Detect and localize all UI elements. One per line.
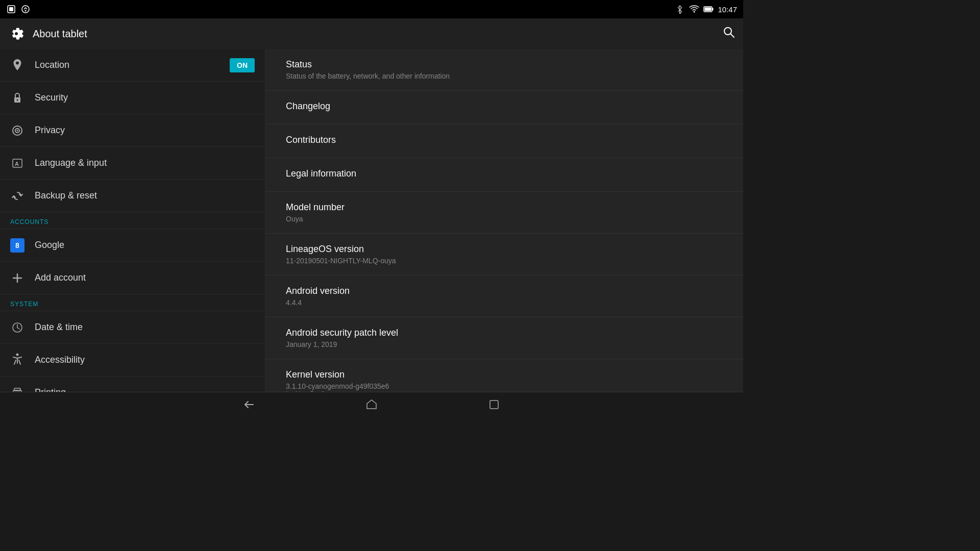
sidebar-item-accessibility[interactable]: Accessibility: [0, 344, 265, 377]
sidebar-item-printing-label: Printing: [35, 387, 66, 392]
time-display: 10:47: [718, 5, 737, 14]
content-item-model[interactable]: Model number Ouya: [265, 192, 743, 234]
status-title: Status: [286, 59, 723, 70]
sidebar-item-language[interactable]: A Language & input: [0, 147, 265, 180]
top-bar: About tablet: [0, 18, 743, 49]
svg-point-7: [15, 32, 18, 35]
content-area: Status Status of the battery, network, a…: [265, 49, 743, 392]
sidebar-item-location-label: Location: [35, 60, 69, 70]
svg-point-22: [16, 353, 19, 356]
content-item-contributors[interactable]: Contributors: [265, 124, 743, 158]
svg-line-21: [17, 328, 19, 329]
svg-point-2: [22, 6, 29, 13]
security-patch-title: Android security patch level: [286, 328, 723, 338]
content-item-lineageos[interactable]: LineageOS version 11-20190501-NIGHTLY-ML…: [265, 234, 743, 276]
sidebar-item-language-label: Language & input: [35, 158, 107, 168]
svg-point-11: [17, 99, 18, 101]
contributors-title: Contributors: [286, 135, 723, 145]
language-icon: A: [10, 156, 24, 170]
sidebar-item-privacy[interactable]: Privacy: [0, 114, 265, 147]
content-item-android-version[interactable]: Android version 4.4.4: [265, 276, 743, 317]
sidebar-item-backup-label: Backup & reset: [35, 190, 97, 201]
app-icon-2: [20, 4, 31, 14]
changelog-title: Changelog: [286, 101, 723, 112]
svg-text:A: A: [15, 161, 19, 167]
security-patch-subtitle: January 1, 2019: [286, 340, 723, 348]
svg-line-9: [730, 34, 734, 37]
sidebar-item-add-account-label: Add account: [35, 272, 86, 283]
sidebar-item-printing[interactable]: Printing: [0, 377, 265, 392]
bluetooth-icon: [675, 4, 685, 14]
back-button[interactable]: [239, 394, 259, 415]
sidebar-item-security-label: Security: [35, 92, 68, 103]
sidebar-item-security[interactable]: Security: [0, 82, 265, 114]
status-subtitle: Status of the battery, network, and othe…: [286, 72, 723, 80]
location-icon: [10, 58, 24, 72]
main-layout: Location ON Security: [0, 49, 743, 392]
nav-bar: [0, 392, 743, 416]
lineageos-title: LineageOS version: [286, 244, 723, 255]
sidebar-item-google-label: Google: [35, 240, 64, 251]
system-section-header: SYSTEM: [0, 294, 265, 311]
sidebar-item-google[interactable]: 8 Google: [0, 229, 265, 262]
recents-button[interactable]: [484, 394, 504, 415]
privacy-icon: [10, 123, 24, 138]
content-item-kernel[interactable]: Kernel version 3.1.10-cyanogenmod-g49f03…: [265, 359, 743, 392]
sidebar-item-add-account[interactable]: Add account: [0, 262, 265, 294]
content-item-security-patch[interactable]: Android security patch level January 1, …: [265, 317, 743, 359]
sidebar-item-backup[interactable]: Backup & reset: [0, 180, 265, 212]
model-subtitle: Ouya: [286, 215, 723, 223]
sidebar-item-location[interactable]: Location ON: [0, 49, 265, 82]
kernel-subtitle: 3.1.10-cyanogenmod-g49f035e6 jenkins@mil…: [286, 382, 723, 392]
backup-icon: [10, 189, 24, 203]
sidebar-item-date-time[interactable]: Date & time: [0, 311, 265, 344]
location-toggle[interactable]: ON: [230, 58, 255, 72]
svg-rect-1: [9, 7, 13, 11]
android-version-subtitle: 4.4.4: [286, 298, 723, 307]
svg-rect-6: [705, 8, 712, 11]
google-icon: 8: [10, 238, 24, 253]
sidebar-item-accessibility-label: Accessibility: [35, 355, 85, 365]
add-account-icon: [10, 271, 24, 285]
sidebar-item-privacy-label: Privacy: [35, 125, 65, 136]
accounts-section-header: ACCOUNTS: [0, 212, 265, 229]
legal-title: Legal information: [286, 168, 723, 179]
svg-rect-25: [14, 388, 20, 391]
wifi-icon: [689, 4, 699, 14]
status-bar-left: [6, 4, 31, 14]
app-icon-1: [6, 4, 16, 14]
accessibility-icon: [10, 353, 24, 367]
kernel-title: Kernel version: [286, 369, 723, 380]
page-title: About tablet: [33, 28, 87, 40]
svg-point-3: [25, 10, 27, 12]
android-version-title: Android version: [286, 286, 723, 296]
settings-gear-icon: [8, 26, 24, 42]
battery-icon: [703, 4, 714, 14]
search-button[interactable]: [723, 26, 735, 41]
content-item-changelog[interactable]: Changelog: [265, 91, 743, 124]
status-bar-right: 10:47: [675, 4, 737, 14]
date-time-icon: [10, 320, 24, 335]
model-title: Model number: [286, 202, 723, 213]
security-icon: [10, 91, 24, 105]
svg-point-28: [20, 392, 21, 392]
sidebar-item-date-time-label: Date & time: [35, 322, 83, 333]
status-bar: 10:47: [0, 0, 743, 18]
lineageos-subtitle: 11-20190501-NIGHTLY-MLQ-ouya: [286, 257, 723, 265]
svg-point-14: [17, 130, 18, 131]
home-button[interactable]: [361, 394, 382, 415]
sidebar: Location ON Security: [0, 49, 265, 392]
content-item-legal[interactable]: Legal information: [265, 158, 743, 192]
content-item-status[interactable]: Status Status of the battery, network, a…: [265, 49, 743, 91]
svg-rect-32: [490, 400, 498, 409]
printing-icon: [10, 386, 24, 392]
top-bar-left: About tablet: [8, 26, 87, 42]
svg-rect-5: [712, 8, 714, 11]
